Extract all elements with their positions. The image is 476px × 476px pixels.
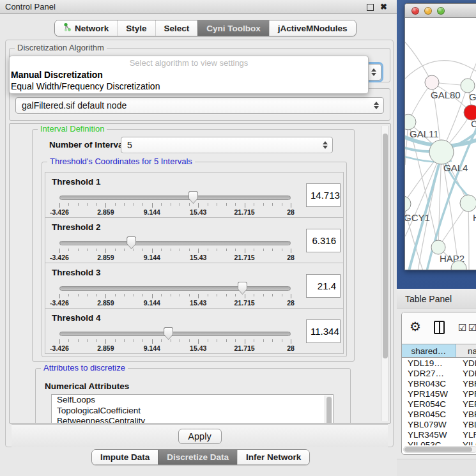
table-data-combobox-value: galFiltered.sif default node bbox=[22, 100, 127, 111]
bottom-tab-impute-data[interactable]: Impute Data bbox=[92, 450, 158, 464]
tick-mark bbox=[263, 249, 264, 251]
network-graph-canvas[interactable]: GAL80GACGAL11GAL4GCY1HHAP2 bbox=[405, 18, 476, 270]
tick-mark bbox=[68, 249, 69, 251]
threshold-value-field[interactable]: 6.316 bbox=[306, 229, 341, 252]
network-icon bbox=[63, 22, 72, 34]
network-edge[interactable] bbox=[468, 203, 469, 270]
network-edge[interactable] bbox=[405, 61, 476, 79]
columns-icon[interactable] bbox=[434, 321, 445, 334]
checkbox-checked-icon[interactable]: ☑ bbox=[468, 322, 476, 334]
table-row[interactable]: YBR045CYBR0 bbox=[402, 410, 476, 420]
discretization-algorithm-group-title: Discretization Algorithm bbox=[15, 43, 107, 52]
slider-track[interactable] bbox=[59, 241, 291, 245]
table-row[interactable]: YPR145WYPR1 bbox=[402, 389, 476, 399]
tab-network[interactable]: Network bbox=[55, 20, 117, 36]
network-node-ga[interactable] bbox=[461, 79, 475, 93]
tab-jactivemnodules[interactable]: jActiveMNodules bbox=[269, 20, 356, 36]
close-icon[interactable]: ✖ bbox=[380, 2, 387, 12]
table-row[interactable]: YLR345WYLR3 bbox=[402, 430, 476, 440]
gear-icon[interactable]: ⚙ bbox=[410, 319, 421, 334]
attribute-list-item[interactable]: BetweennessCentrality bbox=[52, 416, 333, 424]
table-data-combobox[interactable]: galFiltered.sif default node bbox=[15, 97, 384, 114]
bottom-tab-discretize-data[interactable]: Discretize Data bbox=[158, 450, 237, 464]
numerical-attributes-list[interactable]: SelfLoopsTopologicalCoefficientBetweenne… bbox=[51, 394, 334, 424]
network-window-titlebar[interactable] bbox=[405, 4, 476, 18]
threshold-label: Threshold 2 bbox=[52, 222, 101, 232]
number-of-intervals-combobox[interactable]: 5 bbox=[121, 137, 333, 153]
tick-mark bbox=[142, 339, 143, 342]
tick-mark bbox=[59, 339, 60, 344]
cell-name: YBL0 bbox=[457, 420, 476, 430]
tick-label: 2.859 bbox=[97, 299, 114, 307]
table-row[interactable]: YBR043CYBR0 bbox=[402, 379, 476, 389]
table-row[interactable]: YER054CYER0 bbox=[402, 399, 476, 410]
slider-track[interactable] bbox=[59, 332, 291, 336]
checkbox-checked-icon[interactable]: ☑ bbox=[458, 322, 466, 334]
tick-label: 21.715 bbox=[234, 344, 255, 352]
tick-mark bbox=[198, 339, 199, 344]
table-row[interactable]: YIL053CYIL0 bbox=[402, 440, 476, 445]
table-row[interactable]: YBL079WYBL0 bbox=[402, 420, 476, 430]
slider-thumb[interactable] bbox=[238, 282, 247, 295]
attributes-list-scrollbar[interactable] bbox=[325, 395, 332, 424]
tick-mark bbox=[226, 203, 227, 206]
tick-mark bbox=[254, 249, 254, 251]
tick-mark bbox=[217, 294, 217, 296]
column-header-shared-name[interactable]: shared… bbox=[402, 344, 456, 357]
slider-thumb[interactable] bbox=[188, 191, 198, 204]
tick-mark bbox=[78, 339, 79, 342]
settings-vertical-scrollbar[interactable] bbox=[381, 126, 389, 421]
network-node-gal4[interactable] bbox=[429, 140, 454, 164]
tick-mark bbox=[115, 249, 116, 251]
tick-mark bbox=[161, 294, 162, 296]
network-view-window[interactable]: GAL80GACGAL11GAL4GCY1HHAP2 bbox=[404, 3, 476, 270]
tab-select[interactable]: Select bbox=[155, 20, 198, 36]
network-node-h[interactable] bbox=[460, 195, 476, 211]
tick-label: 2.859 bbox=[97, 254, 114, 261]
tick-mark bbox=[180, 339, 180, 342]
threshold-value-field[interactable]: 11.344 bbox=[306, 319, 341, 343]
attributes-group: Attributes to discretize Numerical Attri… bbox=[35, 368, 351, 424]
tick-mark bbox=[245, 339, 245, 344]
float-window-icon[interactable] bbox=[367, 4, 374, 11]
network-node-hap2[interactable] bbox=[431, 240, 445, 254]
tab-style[interactable]: Style bbox=[117, 20, 155, 36]
tick-mark bbox=[161, 339, 162, 342]
table-row[interactable]: YDR27…YDR2 bbox=[402, 369, 476, 379]
network-node-label: GAL4 bbox=[443, 162, 468, 173]
bottom-tab-infer-network[interactable]: Infer Network bbox=[237, 450, 309, 464]
tick-mark bbox=[142, 249, 143, 251]
slider-track[interactable] bbox=[59, 196, 291, 200]
slider-track[interactable] bbox=[59, 286, 291, 291]
dropdown-option[interactable]: Manual Discretization bbox=[10, 69, 368, 81]
close-traffic-light-icon[interactable] bbox=[411, 7, 419, 15]
threshold-value-field[interactable]: 21.4 bbox=[306, 274, 341, 298]
dropdown-option[interactable]: Equal Width/Frequency Discretization bbox=[10, 81, 368, 92]
threshold-panel: Threshold 4-3.4262.8599.14415.4321.71528… bbox=[45, 308, 344, 354]
zoom-traffic-light-icon[interactable] bbox=[437, 7, 445, 15]
slider-thumb[interactable] bbox=[127, 236, 136, 249]
cell-name: YBR0 bbox=[457, 410, 476, 420]
tick-mark bbox=[68, 203, 69, 206]
tick-mark bbox=[282, 249, 282, 251]
table-horizontal-scrollbar[interactable] bbox=[403, 446, 476, 453]
tick-mark bbox=[152, 339, 153, 344]
network-node-label: GCY1 bbox=[405, 212, 430, 223]
network-node-gcy1[interactable] bbox=[405, 196, 411, 211]
threshold-panel: Threshold 1-3.4262.8599.14415.4321.71528… bbox=[45, 172, 344, 218]
tick-mark bbox=[78, 249, 79, 251]
slider-thumb[interactable] bbox=[164, 327, 173, 340]
attribute-list-item[interactable]: TopologicalCoefficient bbox=[52, 406, 333, 417]
tab-cyni-toolbox[interactable]: Cyni Toolbox bbox=[197, 20, 269, 36]
cell-shared-name: YER054C bbox=[402, 399, 457, 410]
attribute-list-item[interactable]: SelfLoops bbox=[52, 395, 333, 406]
column-header-name[interactable]: na bbox=[456, 344, 476, 357]
minimize-traffic-light-icon[interactable] bbox=[424, 7, 432, 15]
threshold-panel: Threshold 3-3.4262.8599.14415.4321.71528… bbox=[45, 263, 344, 309]
tick-mark bbox=[134, 339, 134, 342]
apply-button[interactable]: Apply bbox=[178, 429, 222, 444]
table-row[interactable]: YDL19…YDL1 bbox=[402, 358, 476, 369]
cell-name: YIL0 bbox=[457, 440, 476, 445]
network-node-gal80[interactable] bbox=[425, 75, 439, 89]
threshold-value-field[interactable]: 14.713 bbox=[306, 183, 341, 207]
